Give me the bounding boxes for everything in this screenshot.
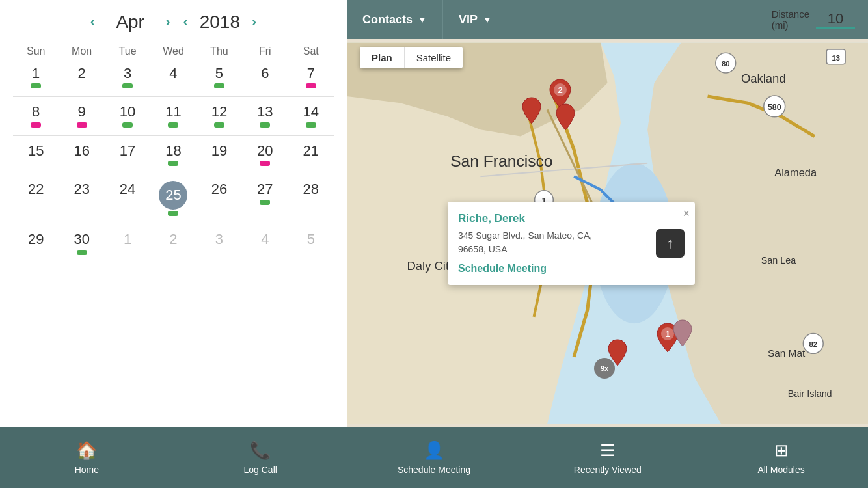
calendar-day-number[interactable]: 26 [197, 181, 242, 198]
calendar-week-3: 22232425262728 [13, 180, 334, 219]
calendar-week-4: 293012345 [13, 230, 334, 257]
calendar-day: 12 [197, 102, 242, 129]
prev-month-button[interactable]: ‹ [87, 12, 99, 32]
calendar-day-number[interactable]: 11 [150, 103, 196, 120]
map-cluster-9[interactable]: 9x [594, 358, 615, 379]
calendar-day-number[interactable]: 2 [150, 231, 196, 248]
calendar-week-0: 1234567 [13, 64, 334, 91]
calendar-day-number[interactable]: 1 [13, 65, 59, 82]
bottom-nav: 🏠 Home 📞 Log Call 👤 Schedule Meeting ☰ R… [0, 427, 868, 488]
nav-all-modules-button[interactable]: ⊞ All Modules [694, 427, 868, 488]
calendar-day-number[interactable]: 14 [288, 103, 334, 120]
calendar-day: 21 [288, 141, 334, 169]
map-pin-pink[interactable] [672, 319, 693, 350]
map-pin-red-1[interactable] [521, 96, 542, 128]
popup-close-button[interactable]: × [683, 207, 690, 221]
popup-schedule-meeting[interactable]: Schedule Meeting [458, 263, 547, 274]
map-pin-red-2[interactable] [555, 103, 576, 134]
next-year-button[interactable]: › [248, 12, 260, 32]
calendar-day-number[interactable]: 13 [242, 103, 288, 120]
calendar-day-number[interactable]: 3 [105, 65, 150, 82]
calendar-day-number-today[interactable]: 25 [159, 181, 187, 210]
calendar-day: 1 [105, 230, 150, 257]
calendar-day: 22 [13, 180, 59, 219]
popup-navigate-button[interactable]: ↑ [656, 229, 685, 258]
vip-button[interactable]: VIP ▼ [443, 0, 508, 39]
calendar-day-number[interactable]: 1 [105, 231, 150, 248]
calendar-day: 8 [13, 102, 59, 129]
calendar-dot-row [197, 122, 242, 129]
svg-text:2: 2 [558, 85, 562, 95]
calendar-day-number[interactable]: 29 [13, 231, 59, 248]
calendar-day-number[interactable]: 7 [288, 65, 334, 82]
prev-year-button[interactable]: ‹ [180, 12, 192, 32]
calendar-panel: ‹ Apr › ‹ 2018 › Sun Mon Tue Wed Thu Fri… [0, 0, 347, 427]
svg-text:82: 82 [809, 340, 818, 348]
calendar-day-number[interactable]: 6 [242, 65, 288, 82]
calendar-day-number[interactable]: 15 [13, 142, 59, 159]
calendar-day-number[interactable]: 17 [105, 142, 150, 159]
calendar-dot-row [150, 211, 196, 217]
calendar-day-number[interactable]: 30 [59, 231, 104, 248]
calendar-day-number[interactable]: 19 [197, 142, 242, 159]
map-container[interactable]: Oakland Alameda San Lea Daly City San Ma… [347, 39, 868, 427]
calendar-day-number[interactable]: 28 [288, 181, 334, 198]
calendar-day: 2 [150, 230, 196, 257]
satellite-toggle-button[interactable]: Satellite [405, 47, 463, 68]
calendar-dot-green [168, 161, 178, 166]
calendar-dot-row-empty [197, 161, 242, 167]
calendar-dot-green [168, 211, 178, 216]
nav-schedule-meeting-button[interactable]: 👤 Schedule Meeting [347, 427, 521, 488]
calendar-dot-green [168, 122, 178, 128]
next-month-button[interactable]: › [161, 12, 174, 32]
contacts-button[interactable]: Contacts ▼ [347, 0, 443, 39]
calendar-row-divider [13, 135, 334, 136]
calendar-day-number[interactable]: 10 [105, 103, 150, 120]
calendar-dot-row-empty [105, 161, 150, 167]
distance-area: Distance(mi) [759, 0, 868, 39]
weekday-thu: Thu [197, 43, 242, 64]
calendar-day-number[interactable]: 5 [197, 65, 242, 82]
calendar-day-number[interactable]: 20 [242, 142, 288, 159]
calendar-dot-row [59, 122, 104, 129]
calendar-dot-row [288, 122, 334, 129]
calendar-day: 3 [105, 64, 150, 91]
calendar-day-number[interactable]: 22 [13, 181, 59, 198]
calendar-day-number[interactable]: 5 [288, 231, 334, 248]
popup-contact-name[interactable]: Riche, Derek [458, 212, 685, 225]
calendar-day: 18 [150, 141, 196, 169]
calendar-divider-row [13, 130, 334, 141]
plan-toggle-button[interactable]: Plan [360, 47, 405, 68]
calendar-day-number[interactable]: 4 [242, 231, 288, 248]
calendar-divider-row [13, 169, 334, 180]
calendar-day-number[interactable]: 21 [288, 142, 334, 159]
calendar-day-number[interactable]: 2 [59, 65, 104, 82]
calendar-day-number[interactable]: 23 [59, 181, 104, 198]
calendar-dot-row [197, 83, 242, 90]
calendar-dot-green [31, 83, 41, 88]
nav-log-call-button[interactable]: 📞 Log Call [174, 427, 347, 488]
weekday-fri: Fri [242, 43, 288, 64]
calendar-day-number[interactable]: 4 [150, 65, 196, 82]
calendar-day-number[interactable]: 9 [59, 103, 104, 120]
calendar-divider-row [13, 91, 334, 102]
calendar-day-number[interactable]: 18 [150, 142, 196, 159]
calendar-dot-row-empty [59, 200, 104, 206]
calendar-dot-row-empty [197, 250, 242, 256]
navigate-arrow-icon: ↑ [667, 235, 674, 252]
person-icon: 👤 [424, 441, 444, 461]
calendar-day-number[interactable]: 24 [105, 181, 150, 198]
svg-text:San Francisco: San Francisco [450, 152, 552, 170]
calendar-dot-row-empty [197, 200, 242, 206]
calendar-day-number[interactable]: 16 [59, 142, 104, 159]
distance-input[interactable] [816, 10, 855, 29]
calendar-day-number[interactable]: 8 [13, 103, 59, 120]
nav-home-button[interactable]: 🏠 Home [0, 427, 174, 488]
distance-label: Distance(mi) [772, 8, 809, 31]
calendar-day-number[interactable]: 12 [197, 103, 242, 120]
map-popup: × Riche, Derek 345 Sugar Blvd., San Mate… [448, 202, 695, 285]
calendar-day-number[interactable]: 3 [197, 231, 242, 248]
nav-recently-viewed-button[interactable]: ☰ Recently Viewed [521, 427, 694, 488]
calendar-day: 14 [288, 102, 334, 129]
calendar-day-number[interactable]: 27 [242, 181, 288, 198]
